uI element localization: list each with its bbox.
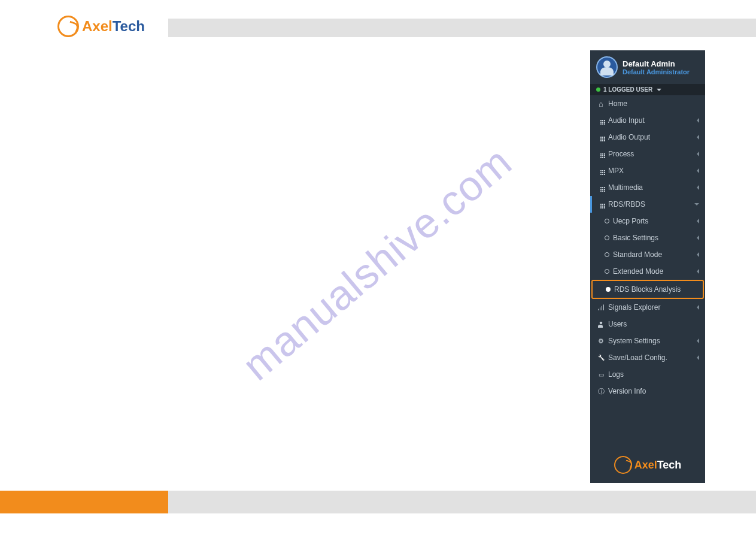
nav-basic-settings[interactable]: Basic Settings [590, 229, 705, 246]
brand-logo-bottom: AxelTech [614, 456, 682, 474]
caret-right-icon [697, 305, 699, 310]
nav-audio-input[interactable]: Audio Input [590, 112, 705, 129]
logo-text: AxelTech [634, 459, 682, 471]
nav-save-load-config[interactable]: Save/Load Config. [590, 349, 705, 366]
nav-rds-rbds[interactable]: RDS/RBDS [590, 196, 705, 213]
nav-signals-explorer[interactable]: Signals Explorer [590, 299, 705, 316]
nav-home[interactable]: Home [590, 95, 705, 112]
info-icon [597, 388, 605, 395]
grid-icon [597, 150, 605, 158]
user-name: Default Admin [623, 59, 690, 68]
wrench-icon [597, 354, 605, 361]
home-icon [597, 100, 605, 107]
caret-down-icon [657, 89, 661, 91]
nav-audio-input-label: Audio Input [608, 116, 645, 125]
nav-menu: Home Audio Input Audio Output Process MP… [590, 95, 705, 447]
bullet-filled-icon [606, 287, 611, 292]
grid-icon [597, 201, 605, 208]
sidebar-footer: AxelTech [590, 447, 705, 483]
nav-audio-output-label: Audio Output [608, 133, 650, 141]
logo-part2: Tech [657, 459, 682, 471]
bullet-open-icon [605, 252, 609, 257]
nav-rds-rbds-label: RDS/RBDS [608, 200, 645, 208]
watermark-text: manualshive.com [233, 137, 521, 389]
grid-icon [597, 134, 605, 141]
caret-right-icon [697, 219, 699, 223]
user-icon [597, 321, 605, 328]
card-icon [597, 371, 605, 378]
nav-logs[interactable]: Logs [590, 366, 705, 383]
user-header[interactable]: Default Admin Default Administrator [590, 50, 705, 84]
nav-rds-blocks-analysis[interactable]: RDS Blocks Analysis [591, 280, 704, 299]
nav-users-label: Users [608, 320, 627, 328]
bullet-open-icon [605, 269, 609, 274]
logo-text: AxelTech [82, 18, 145, 35]
nav-system-settings-label: System Settings [608, 337, 660, 345]
status-dot-icon [596, 87, 600, 92]
avatar [596, 56, 618, 78]
caret-right-icon [697, 338, 699, 343]
logged-users-label: 1 LOGGED USER [603, 86, 652, 93]
user-role: Default Administrator [623, 68, 690, 75]
gear-icon [597, 337, 605, 344]
nav-version-info-label: Version Info [608, 387, 646, 395]
caret-right-icon [697, 135, 699, 140]
caret-right-icon [697, 269, 699, 274]
bullet-open-icon [605, 235, 609, 240]
nav-extended-mode[interactable]: Extended Mode [590, 263, 705, 280]
caret-down-icon [694, 203, 699, 205]
bottom-orange-bar [0, 491, 168, 513]
grid-icon [597, 184, 605, 191]
logo-part1: Axel [634, 459, 657, 471]
nav-users[interactable]: Users [590, 316, 705, 333]
nav-multimedia[interactable]: Multimedia [590, 179, 705, 196]
signal-icon [597, 304, 605, 311]
top-header: AxelTech [0, 0, 756, 37]
nav-extended-mode-label: Extended Mode [613, 267, 663, 276]
nav-standard-mode[interactable]: Standard Mode [590, 246, 705, 263]
logo-icon [614, 456, 632, 474]
nav-standard-mode-label: Standard Mode [613, 250, 662, 259]
user-info: Default Admin Default Administrator [623, 59, 690, 75]
caret-right-icon [697, 252, 699, 257]
nav-save-load-label: Save/Load Config. [608, 353, 667, 362]
logo-icon [57, 16, 79, 37]
caret-right-icon [697, 355, 699, 360]
nav-system-settings[interactable]: System Settings [590, 333, 705, 349]
nav-process-label: Process [608, 150, 634, 158]
nav-multimedia-label: Multimedia [608, 183, 643, 192]
nav-process[interactable]: Process [590, 146, 705, 162]
nav-signals-explorer-label: Signals Explorer [608, 303, 660, 312]
nav-basic-settings-label: Basic Settings [613, 234, 658, 242]
caret-right-icon [697, 152, 699, 156]
caret-right-icon [697, 235, 699, 240]
nav-uecp-ports-label: Uecp Ports [613, 217, 648, 225]
grid-icon [597, 117, 605, 124]
logged-users-bar[interactable]: 1 LOGGED USER [590, 84, 705, 95]
bullet-open-icon [605, 219, 609, 223]
nav-version-info[interactable]: Version Info [590, 383, 705, 400]
bottom-white-bar [0, 513, 756, 535]
logo-part1: Axel [82, 18, 113, 34]
nav-home-label: Home [608, 99, 627, 108]
sidebar: Default Admin Default Administrator 1 LO… [590, 50, 705, 483]
nav-logs-label: Logs [608, 370, 624, 379]
logo-part2: Tech [113, 18, 145, 34]
nav-mpx-label: MPX [608, 167, 624, 175]
caret-right-icon [697, 185, 699, 190]
brand-logo-top: AxelTech [57, 16, 145, 37]
top-grey-bar [168, 19, 756, 37]
nav-audio-output[interactable]: Audio Output [590, 129, 705, 146]
nav-uecp-ports[interactable]: Uecp Ports [590, 213, 705, 229]
caret-right-icon [697, 168, 699, 173]
nav-rds-blocks-label: RDS Blocks Analysis [614, 285, 681, 294]
grid-icon [597, 167, 605, 174]
nav-mpx[interactable]: MPX [590, 162, 705, 179]
caret-right-icon [697, 118, 699, 123]
